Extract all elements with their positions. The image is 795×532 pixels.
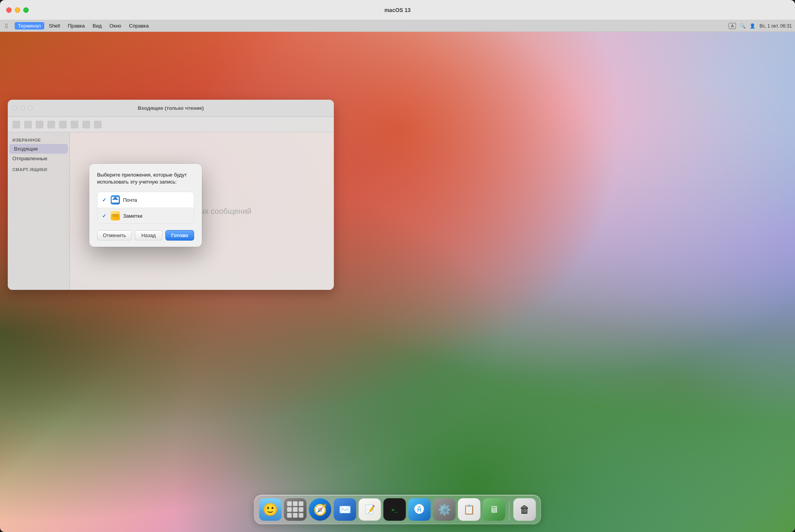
maximize-button[interactable]	[23, 7, 29, 13]
notes-app-label: Заметки	[123, 213, 142, 219]
dock-item-finder[interactable]: 🙂	[259, 498, 282, 521]
user-icon[interactable]: 👤	[750, 23, 755, 29]
dock-item-launchpad[interactable]	[284, 498, 307, 521]
menu-terminal[interactable]: Терминал	[15, 22, 44, 29]
menu-edit[interactable]: Правка	[65, 22, 88, 29]
done-button[interactable]: Готово	[165, 230, 194, 241]
launchpad-dot-7	[287, 513, 292, 518]
dialog-buttons: Отменить Назад Готово	[97, 230, 194, 241]
launchpad-dot-4	[287, 507, 292, 512]
notes-checkmark: ✓	[102, 213, 108, 219]
dialog-app-list: ✓ Почта ✓ Заметки	[97, 192, 194, 224]
dock-item-terminal[interactable]: >_	[384, 498, 406, 521]
launchpad-icon	[284, 498, 307, 521]
keyboard-indicator: A	[729, 23, 736, 29]
menu-bar-right: A 🔍 👤 Вс, 1 окт. 06:31	[729, 23, 792, 29]
dock-item-textedit[interactable]: 📝	[359, 498, 381, 521]
safari-icon: 🧭	[309, 498, 332, 521]
menu-view[interactable]: Вид	[90, 22, 105, 29]
notes-app-icon	[111, 211, 120, 220]
cancel-button[interactable]: Отменить	[97, 230, 132, 241]
dock-item-safari[interactable]: 🧭	[309, 498, 332, 521]
launchpad-dot-6	[299, 507, 304, 512]
mail-checkmark: ✓	[102, 197, 108, 203]
appstore-icon: 🅐	[408, 498, 431, 521]
back-button[interactable]: Назад	[135, 230, 162, 241]
apple-menu[interactable]: 	[3, 22, 10, 30]
window-title: macOS 13	[384, 7, 411, 13]
traffic-lights	[6, 7, 29, 13]
launchpad-dot-9	[299, 513, 304, 518]
terminal-icon: >_	[384, 498, 406, 521]
menu-window[interactable]: Окно	[106, 22, 124, 29]
launchpad-dot-5	[293, 507, 298, 512]
dock-item-appstore[interactable]: 🅐	[408, 498, 431, 521]
finder-icon: 🙂	[259, 498, 282, 521]
mac-window: macOS 13  Терминал Shell Правка Вид Окн…	[0, 0, 795, 532]
close-button[interactable]	[6, 7, 12, 13]
menu-shell[interactable]: Shell	[46, 22, 63, 29]
launchpad-dot-1	[287, 501, 292, 506]
dock-item-docviewer[interactable]: 📋	[458, 498, 481, 521]
menu-bar-left:  Терминал Shell Правка Вид Окно Справка	[3, 22, 152, 30]
title-bar: macOS 13	[0, 0, 795, 20]
minimize-button[interactable]	[15, 7, 20, 13]
desktop: Входящие (только чтение) Избранное Входя…	[0, 32, 795, 532]
dialog-overlay: Выберите приложения, которые будут испол…	[0, 32, 795, 532]
textedit-icon: 📝	[359, 498, 381, 521]
trash-icon: 🗑	[514, 498, 536, 521]
mail-app-label: Почта	[123, 197, 137, 203]
desktop-gradient: Входящие (только чтение) Избранное Входя…	[0, 32, 795, 532]
menu-help[interactable]: Справка	[126, 22, 152, 29]
dialog-app-item-notes[interactable]: ✓ Заметки	[97, 208, 194, 224]
mail-app-icon	[111, 195, 120, 204]
mail-dock-icon: ✉️	[334, 498, 356, 521]
launchpad-dot-3	[299, 501, 304, 506]
dock-item-monitor[interactable]: 🖥	[483, 498, 505, 521]
dock-item-trash[interactable]: 🗑	[514, 498, 536, 521]
dock: 🙂	[254, 495, 541, 524]
dock-divider	[509, 501, 510, 521]
datetime: Вс, 1 окт. 06:31	[759, 23, 792, 29]
launchpad-dot-8	[293, 513, 298, 518]
dialog-app-item-mail[interactable]: ✓ Почта	[97, 192, 194, 208]
syspref-icon: ⚙️	[433, 498, 456, 521]
monitor-icon: 🖥	[483, 498, 505, 521]
dock-item-mail[interactable]: ✉️	[334, 498, 356, 521]
launchpad-dot-2	[293, 501, 298, 506]
doc-icon: 📋	[458, 498, 481, 521]
search-icon[interactable]: 🔍	[740, 23, 746, 29]
dialog-box: Выберите приложения, которые будут испол…	[89, 164, 202, 247]
dialog-title: Выберите приложения, которые будут испол…	[97, 172, 194, 185]
menu-bar:  Терминал Shell Правка Вид Окно Справка…	[0, 20, 795, 32]
finder-face: 🙂	[263, 502, 278, 517]
dock-item-systemprefs[interactable]: ⚙️	[433, 498, 456, 521]
